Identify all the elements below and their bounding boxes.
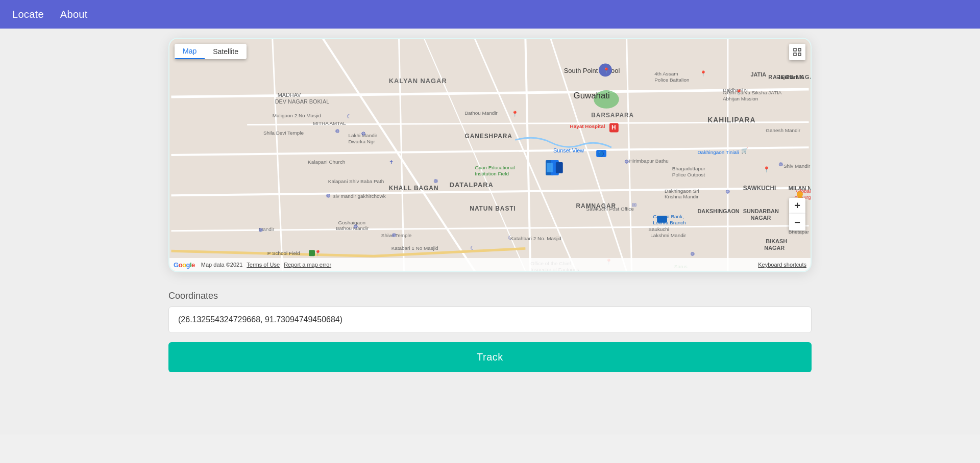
svg-text:Maligaon 2.No Masjid: Maligaon 2.No Masjid	[273, 113, 321, 118]
svg-text:DEV NAGAR BOKIAL: DEV NAGAR BOKIAL	[275, 98, 330, 105]
map-data-text: Map data ©2021	[201, 262, 243, 268]
svg-text:Police Battalion: Police Battalion	[654, 77, 689, 83]
svg-text:JATIA: JATIA	[751, 71, 767, 78]
svg-text:📍: 📍	[763, 166, 770, 173]
svg-text:DATALPARA: DATALPARA	[450, 181, 494, 189]
svg-text:Lakshmi Mandir: Lakshmi Mandir	[650, 233, 687, 238]
nav-about[interactable]: About	[60, 9, 88, 20]
svg-text:☾: ☾	[508, 235, 513, 241]
svg-text:📍: 📍	[511, 110, 519, 117]
svg-text:NAGAR: NAGAR	[751, 215, 771, 221]
svg-text:Katabari 1 No Masjid: Katabari 1 No Masjid	[391, 245, 438, 251]
svg-text:☸: ☸	[725, 189, 730, 195]
map-zoom-controls: + −	[789, 198, 805, 230]
svg-text:KALYAN NAGAR: KALYAN NAGAR	[389, 77, 447, 85]
svg-point-126	[797, 191, 803, 197]
svg-text:Dakhingaon Tiniali: Dakhingaon Tiniali	[697, 149, 739, 155]
svg-rect-106	[657, 216, 667, 223]
map-terms-link[interactable]: Terms of Use	[247, 262, 280, 268]
svg-text:Guwahati: Guwahati	[574, 91, 610, 100]
svg-text:siv mandir gakhirchowk: siv mandir gakhirchowk	[333, 193, 386, 199]
nav-locate[interactable]: Locate	[12, 9, 44, 20]
svg-text:H: H	[611, 124, 616, 131]
svg-text:Shive Temple: Shive Temple	[381, 233, 412, 238]
svg-text:☸: ☸	[353, 223, 358, 229]
svg-text:JATIA: JATIA	[768, 90, 782, 95]
map-area[interactable]: KALYAN NAGAR MADHAV DEV NAGAR BOKIAL Mal…	[169, 39, 811, 271]
svg-rect-123	[798, 48, 801, 51]
svg-text:KAHILIPARA: KAHILIPARA	[707, 116, 755, 124]
svg-text:Abhijan Mission: Abhijan Mission	[723, 96, 758, 101]
map-report-link[interactable]: Report a map error	[284, 262, 331, 268]
map-zoom-out-btn[interactable]: −	[789, 214, 805, 230]
svg-text:✝: ✝	[389, 159, 394, 165]
google-logo: Google	[174, 261, 195, 269]
svg-rect-124	[794, 53, 796, 56]
coordinates-label: Coordinates	[168, 291, 812, 301]
svg-text:☸: ☸	[391, 232, 397, 238]
map-fullscreen-btn[interactable]	[789, 44, 805, 60]
svg-text:Dwarka Ngr: Dwarka Ngr	[348, 139, 375, 144]
svg-text:Institution Field: Institution Field	[475, 171, 509, 176]
svg-text:Goshaigaon: Goshaigaon	[338, 220, 365, 225]
svg-text:☸: ☸	[335, 128, 340, 134]
svg-text:NAGAR: NAGAR	[764, 245, 785, 251]
map-footer: Google Map data ©2021 Terms of Use Repor…	[169, 258, 811, 271]
svg-text:Ganesh Mandir: Ganesh Mandir	[766, 127, 800, 133]
svg-text:Katahbari 2 No. Masjid: Katahbari 2 No. Masjid	[510, 236, 561, 241]
svg-text:🛒: 🛒	[741, 147, 748, 154]
svg-text:Hirimbapur Bathu: Hirimbapur Bathu	[629, 158, 669, 164]
svg-text:Rajdhani N: Rajdhani N	[776, 74, 804, 80]
svg-text:Sawkuchi Post Office: Sawkuchi Post Office	[586, 206, 634, 212]
svg-text:Kalapani Church: Kalapani Church	[308, 159, 345, 165]
svg-text:✉: ✉	[632, 202, 636, 208]
coordinates-section: Coordinates (26.132554324729668, 91.7309…	[168, 291, 812, 372]
svg-text:GANESHPARA: GANESHPARA	[464, 133, 512, 140]
main-content: KALYAN NAGAR MADHAV DEV NAGAR BOKIAL Mal…	[0, 0, 980, 434]
svg-text:☸: ☸	[258, 227, 263, 233]
svg-text:SUNDARBAN: SUNDARBAN	[743, 208, 779, 214]
map-type-satellite-btn[interactable]: Satellite	[205, 44, 247, 59]
map-type-controls: Map Satellite	[175, 44, 247, 59]
svg-text:Kalapani Shiv Baba Path: Kalapani Shiv Baba Path	[328, 178, 384, 184]
svg-text:📍: 📍	[314, 249, 322, 256]
svg-text:📍: 📍	[700, 70, 707, 77]
svg-rect-118	[556, 162, 563, 173]
navbar: Locate About	[0, 0, 980, 29]
svg-text:☸: ☸	[778, 161, 783, 167]
svg-text:Saukuchi: Saukuchi	[648, 226, 669, 232]
svg-text:🔵: 🔵	[598, 150, 604, 157]
svg-text:MITHA AMTAL: MITHA AMTAL	[313, 120, 346, 126]
map-type-map-btn[interactable]: Map	[175, 44, 205, 59]
svg-text:☸: ☸	[326, 193, 331, 199]
svg-text:☸: ☸	[690, 251, 695, 257]
svg-text:☸: ☸	[433, 178, 438, 184]
svg-text:Bhagaduttapur: Bhagaduttapur	[672, 166, 706, 171]
svg-text:Krishna Mandir: Krishna Mandir	[665, 194, 699, 199]
svg-text:☸: ☸	[361, 131, 366, 137]
map-zoom-in-btn[interactable]: +	[789, 198, 805, 214]
svg-text:Hayat Hospital: Hayat Hospital	[570, 123, 605, 129]
svg-text:BARSAPARA: BARSAPARA	[591, 112, 634, 119]
svg-text:Shiv Mandir: Shiv Mandir	[783, 163, 811, 169]
svg-text:📍: 📍	[736, 89, 743, 96]
track-button[interactable]: Track	[168, 342, 812, 372]
svg-rect-114	[309, 250, 315, 256]
svg-text:NATUN BASTI: NATUN BASTI	[470, 205, 516, 212]
svg-text:Sunset View: Sunset View	[553, 147, 584, 153]
svg-text:P School Field: P School Field	[267, 250, 300, 256]
svg-text:MADHAV: MADHAV	[278, 92, 302, 98]
svg-text:SAWKUCHI: SAWKUCHI	[743, 185, 776, 192]
svg-text:Shila Devi Temple: Shila Devi Temple	[263, 130, 304, 136]
svg-text:BIKASH: BIKASH	[766, 238, 787, 244]
map-container: KALYAN NAGAR MADHAV DEV NAGAR BOKIAL Mal…	[168, 38, 812, 272]
map-keyboard-shortcuts[interactable]: Keyboard shortcuts	[758, 262, 806, 268]
svg-text:Bathou Mandir: Bathou Mandir	[336, 225, 369, 231]
svg-text:Dakhingaon Sri: Dakhingaon Sri	[665, 188, 699, 194]
svg-text:Gyan Educational: Gyan Educational	[475, 165, 514, 170]
svg-text:☾: ☾	[470, 245, 475, 251]
svg-text:Police Outpost: Police Outpost	[672, 172, 705, 177]
svg-text:📍: 📍	[603, 67, 610, 74]
svg-text:☸: ☸	[624, 159, 629, 165]
svg-rect-119	[547, 163, 553, 172]
